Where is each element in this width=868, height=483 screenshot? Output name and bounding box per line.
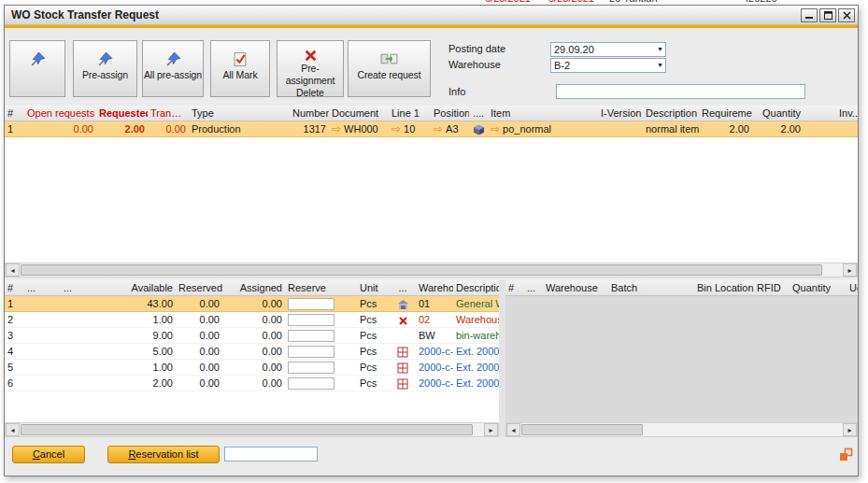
form-settings-button[interactable] [839, 447, 854, 462]
scroll-right-arrow-icon[interactable]: ▸ [843, 263, 857, 277]
create-request-button[interactable]: Create request [348, 40, 431, 97]
scrollbar-thumb[interactable] [521, 424, 643, 435]
reserve-input[interactable] [288, 330, 334, 342]
row-number[interactable]: 2 [5, 312, 24, 328]
all-pre-assign-button[interactable]: All pre-assign [142, 40, 204, 97]
column-header[interactable]: Batch [608, 280, 694, 296]
batch-table-horizontal-scrollbar[interactable]: ◂ ▸ [505, 422, 858, 437]
column-header[interactable]: Open requests [24, 106, 96, 121]
reserve-input[interactable] [288, 298, 334, 310]
link-arrow-icon[interactable]: ⇨ [332, 122, 341, 135]
table-row[interactable]: 3 9.00 0.00 0.00 Pcs BW bin-wareh [5, 328, 499, 344]
reserve-input[interactable] [288, 346, 334, 358]
column-header[interactable]: ... [390, 280, 416, 296]
table-row[interactable]: 5 1.00 0.00 0.00 Pcs 2000-c-b Ext. 2000- [5, 360, 499, 376]
column-header[interactable]: I-Version [598, 106, 643, 121]
column-header[interactable]: Description [643, 106, 699, 121]
reserve-input[interactable] [288, 362, 334, 374]
table-row[interactable]: 2 1.00 0.00 0.00 Pcs 02 Warehous [5, 312, 499, 328]
link-arrow-icon[interactable]: ⇨ [391, 122, 401, 135]
footer-input[interactable] [224, 447, 318, 462]
main-horizontal-scrollbar[interactable]: ◂ ▸ [5, 263, 858, 277]
cancel-button[interactable]: Cancel [12, 446, 85, 463]
row-number[interactable]: 3 [5, 328, 24, 344]
column-header[interactable]: Available [107, 280, 176, 296]
row-number[interactable]: 1 [5, 121, 24, 137]
pre-assign-button[interactable]: Pre-assign [73, 40, 137, 97]
reserve-input[interactable] [288, 314, 334, 326]
table-row[interactable]: 1 43.00 0.00 0.00 Pcs 01 General W [5, 296, 499, 312]
column-header[interactable]: Requirement [699, 106, 752, 121]
pane-splitter[interactable] [499, 280, 505, 437]
column-header[interactable]: UoM [847, 280, 858, 296]
title-bar[interactable]: WO Stock Transfer Request [5, 6, 858, 25]
minimize-button[interactable] [801, 8, 818, 22]
scroll-left-arrow-icon[interactable]: ◂ [506, 423, 520, 436]
stock-table-horizontal-scrollbar[interactable]: ◂ ▸ [5, 422, 499, 437]
table-row[interactable]: 4 5.00 0.00 0.00 Pcs 2000-c-b Ext. 2000- [5, 344, 499, 360]
row-number[interactable]: 1 [5, 296, 24, 312]
column-header[interactable]: Warehouse [416, 280, 453, 296]
reserved-cell: 0.00 [176, 360, 222, 376]
link-arrow-icon[interactable]: ⇨ [491, 122, 500, 135]
position-link[interactable]: A3 [446, 123, 458, 135]
column-header[interactable]: Reserved [176, 280, 222, 296]
column-header[interactable]: Unit [339, 280, 390, 296]
column-header[interactable]: .... [469, 106, 488, 121]
item-cube-icon[interactable] [473, 123, 485, 136]
column-header[interactable]: Position [428, 106, 469, 121]
column-header[interactable]: Item [488, 106, 598, 121]
column-header[interactable]: Reserve [285, 280, 339, 296]
reservation-list-button[interactable]: Reservation list [107, 446, 220, 463]
column-header[interactable]: Requested [96, 106, 148, 121]
column-header[interactable]: Assigned [222, 280, 285, 296]
scroll-left-arrow-icon[interactable]: ◂ [6, 263, 20, 277]
column-header[interactable]: Description [453, 280, 499, 296]
column-header[interactable]: Warehouse [543, 280, 608, 296]
warehouse-code-cell[interactable]: 2000-c-b [416, 360, 453, 376]
column-header[interactable]: ... [61, 280, 107, 296]
column-header[interactable]: Type [189, 106, 290, 121]
column-header[interactable]: RFID [754, 280, 790, 296]
document-link[interactable]: WH000 [344, 123, 378, 135]
row-number[interactable]: 6 [5, 376, 24, 391]
column-header[interactable]: Document [329, 106, 389, 121]
line1-link[interactable]: 10 [404, 123, 415, 135]
column-header[interactable]: Inv... [836, 106, 858, 121]
info-input[interactable] [556, 84, 805, 99]
item-link[interactable]: po_normal [503, 123, 551, 135]
column-header[interactable]: Quantity [752, 106, 804, 121]
column-header[interactable]: Quantity [790, 280, 847, 296]
pin-button[interactable] [9, 40, 65, 97]
scroll-right-arrow-icon[interactable]: ▸ [484, 423, 498, 436]
column-header[interactable]: # [5, 280, 24, 296]
row-number[interactable]: 5 [5, 360, 24, 376]
warehouse-code-cell[interactable]: 2000-c-b [416, 344, 453, 360]
warehouse-code-cell[interactable]: 2000-c-b [416, 376, 453, 391]
column-header[interactable]: Line 1 [389, 106, 428, 121]
link-arrow-icon[interactable]: ⇨ [434, 122, 443, 135]
all-mark-button[interactable]: All Mark [210, 40, 270, 97]
minimize-icon [805, 11, 814, 20]
scroll-right-arrow-icon[interactable]: ▸ [843, 423, 857, 436]
pre-assignment-delete-button[interactable]: Pre-assignment Delete [277, 40, 344, 97]
column-header[interactable]: # [505, 280, 524, 296]
background-text-fragment: 6/25/2021 [548, 0, 594, 4]
column-header[interactable]: Transfered [148, 106, 189, 121]
column-header[interactable]: # [5, 106, 24, 121]
column-header[interactable]: ... [24, 280, 61, 296]
reserve-input[interactable] [288, 377, 334, 390]
posting-date-select[interactable]: 29.09.20 ▼ [550, 42, 666, 57]
maximize-button[interactable] [819, 8, 836, 22]
warehouse-select[interactable]: B-2 ▼ [550, 58, 666, 73]
table-row[interactable]: 6 2.00 0.00 0.00 Pcs 2000-c-b Ext. 2000- [5, 376, 499, 391]
column-header[interactable]: ... [524, 280, 543, 296]
scroll-left-arrow-icon[interactable]: ◂ [6, 423, 20, 436]
table-row[interactable]: 1 0.00 2.00 0.00 Production 1317 ⇨WH000 … [5, 121, 858, 137]
column-header[interactable]: Number [290, 106, 329, 121]
scrollbar-thumb[interactable] [21, 424, 473, 435]
close-button[interactable] [838, 8, 855, 22]
row-number[interactable]: 4 [5, 344, 24, 360]
scrollbar-thumb[interactable] [21, 264, 822, 276]
column-header[interactable]: Bin Location [694, 280, 754, 296]
